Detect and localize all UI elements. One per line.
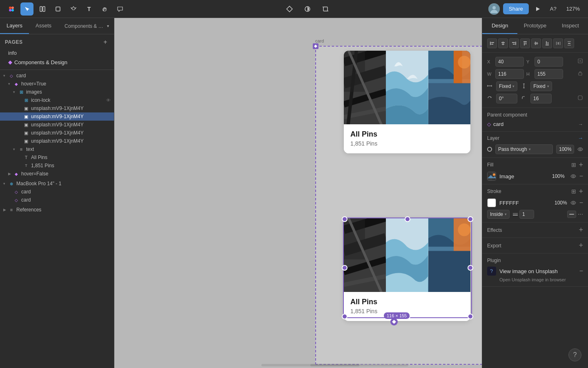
v-constraint-dropdown[interactable]: Fixed ▾	[530, 81, 552, 91]
help-button[interactable]: ?	[568, 348, 581, 361]
share-button[interactable]: Share	[503, 3, 529, 14]
blend-mode-dropdown[interactable]: Pass through ▾	[495, 144, 553, 154]
zoom-indicator[interactable]: 127%	[563, 4, 583, 13]
app-menu-btn[interactable]	[5, 2, 18, 16]
opacity-input[interactable]	[556, 145, 574, 154]
goto-component-btn[interactable]: →	[578, 121, 583, 127]
tab-layers[interactable]: Layers	[0, 18, 29, 34]
pen-tool-btn[interactable]	[67, 2, 80, 16]
stroke-opacity-value[interactable]: 100%	[555, 200, 567, 206]
rotation-input[interactable]	[496, 94, 517, 103]
layer-visibility-btn[interactable]	[577, 146, 583, 153]
question-btn[interactable]: A?	[547, 2, 560, 16]
stroke-visibility-btn[interactable]	[570, 199, 576, 206]
stroke-add-btn[interactable]: +	[579, 188, 583, 195]
effects-add-btn[interactable]: +	[579, 226, 583, 234]
caret-icon: ▾	[13, 90, 17, 94]
layer-label-unsplash-3: unsplash:mV9-1XjnM4Y	[31, 122, 111, 128]
svg-point-83	[493, 173, 495, 176]
layer-text-group[interactable]: ▾ ≡ text	[0, 145, 114, 153]
comment-tool-btn[interactable]	[114, 2, 127, 16]
layer-references[interactable]: ▶ ≡ References	[0, 206, 114, 214]
x-input[interactable]	[495, 57, 524, 67]
shape-tool-btn[interactable]	[51, 2, 65, 16]
fill-visibility-btn[interactable]	[570, 173, 576, 180]
layer-card-root[interactable]: ▾ ◇ card	[0, 72, 114, 80]
stroke-grid-btn[interactable]: ⊞	[571, 188, 576, 195]
layer-unsplash-5[interactable]: ▾ ▣ unsplash:mV9-1XjnM4Y	[0, 137, 114, 145]
hand-tool-btn[interactable]	[98, 2, 111, 16]
frame-tool-btn[interactable]	[36, 2, 49, 16]
layer-card-2[interactable]: ▾ ◇ card	[0, 196, 114, 204]
stroke-weight-input[interactable]	[519, 210, 534, 219]
wh-row: W H	[487, 69, 583, 79]
layer-unsplash-2[interactable]: ▾ ▣ unsplash:mV9-1XjnM4Y	[0, 112, 114, 121]
move-tool-btn[interactable]	[20, 2, 33, 16]
fill-grid-btn[interactable]: ⊞	[571, 162, 576, 168]
layer-hover-false[interactable]: ▶ ◆ hover=False	[0, 170, 114, 178]
text-tool-btn[interactable]: T	[82, 2, 96, 16]
w-input[interactable]	[495, 69, 524, 79]
stroke-dash-btn[interactable]	[567, 211, 576, 218]
svg-rect-61	[546, 41, 547, 44]
tab-assets[interactable]: Assets	[29, 18, 58, 34]
h-input[interactable]	[535, 69, 563, 79]
page-item-info[interactable]: info	[5, 48, 109, 58]
corner-radius-input[interactable]	[530, 94, 552, 103]
avatar[interactable]	[488, 3, 500, 15]
layer-card-1[interactable]: ▾ ◇ card	[0, 188, 114, 196]
align-bottom-btn[interactable]	[542, 38, 552, 48]
tab-inspect[interactable]: Inspect	[553, 18, 588, 34]
card-bottom[interactable]: All Pins 1,851 Pins	[344, 218, 470, 321]
tab-prototype[interactable]: Prototype	[517, 18, 552, 34]
fill-add-btn[interactable]: +	[579, 161, 583, 168]
play-button[interactable]	[532, 3, 543, 15]
svg-rect-5	[43, 7, 45, 11]
tab-components[interactable]: Components & Design ▾	[60, 18, 114, 34]
layer-all-pins[interactable]: ▾ T All Pins	[0, 153, 114, 162]
layer-1851-pins[interactable]: ▾ T 1,851 Pins	[0, 162, 114, 170]
component-tool-btn[interactable]	[283, 2, 296, 16]
h-constraint-dropdown[interactable]: Fixed ▾	[496, 81, 517, 91]
align-top-btn[interactable]	[520, 38, 530, 48]
align-right-btn[interactable]	[509, 38, 519, 48]
tab-design[interactable]: Design	[482, 18, 517, 34]
stroke-remove-btn[interactable]: −	[579, 199, 583, 206]
layer-goto-btn[interactable]: →	[578, 135, 583, 141]
export-add-btn[interactable]: +	[579, 241, 583, 250]
distribute-h-btn[interactable]	[553, 38, 563, 48]
layer-label-icon-lock: icon-lock	[31, 97, 106, 103]
add-page-btn[interactable]: +	[102, 38, 109, 46]
plugin-remove-btn[interactable]: −	[579, 267, 583, 275]
layer-images[interactable]: ▾ ⊞ images	[0, 88, 114, 96]
card-top[interactable]: All Pins 1,851 Pins	[344, 51, 470, 153]
stroke-options-btn[interactable]: ···	[578, 211, 583, 218]
align-left-btn[interactable]	[487, 38, 497, 48]
page-item-components[interactable]: Components & Design	[5, 58, 109, 67]
layer-unsplash-1[interactable]: ▾ ▣ unsplash:mV9-1XjnM4Y	[0, 104, 114, 112]
layer-hover-true[interactable]: ▾ ◆ hover=True	[0, 80, 114, 88]
fill-thumbnail[interactable]	[487, 172, 496, 181]
stroke-position-dropdown[interactable]: Inside ▾	[487, 210, 510, 219]
eye-icon[interactable]: 👁	[106, 98, 111, 103]
lock-ratio-icon[interactable]	[577, 70, 583, 78]
layer-unsplash-3[interactable]: ▾ ▣ unsplash:mV9-1XjnM4Y	[0, 121, 114, 129]
corner-mode-icon[interactable]	[577, 95, 583, 102]
fill-opacity-value[interactable]: 100%	[549, 173, 565, 179]
y-input[interactable]	[535, 57, 563, 67]
distribute-v-btn[interactable]	[564, 38, 574, 48]
canvas-scrollbar[interactable]	[261, 364, 408, 366]
align-center-v-btn[interactable]	[531, 38, 541, 48]
layer-macbook[interactable]: ▾ ⊕ MacBook Pro 14" - 1	[0, 180, 114, 188]
crop-btn[interactable]	[319, 2, 332, 16]
layer-unsplash-4[interactable]: ▾ ▣ unsplash:mV9-1XjnM4Y	[0, 129, 114, 137]
fill-remove-btn[interactable]: −	[579, 173, 583, 180]
stroke-color-swatch[interactable]	[487, 198, 496, 207]
canvas-area[interactable]: card MacBook Pro	[114, 18, 482, 368]
align-center-h-btn[interactable]	[498, 38, 508, 48]
fill-title-label: Fill	[487, 162, 493, 168]
theme-btn[interactable]	[301, 2, 314, 16]
caret-icon: ▶	[3, 208, 7, 212]
card-text-top: All Pins 1,851 Pins	[344, 124, 470, 153]
layer-icon-lock[interactable]: ▾ ⊞ icon-lock 👁	[0, 96, 114, 104]
